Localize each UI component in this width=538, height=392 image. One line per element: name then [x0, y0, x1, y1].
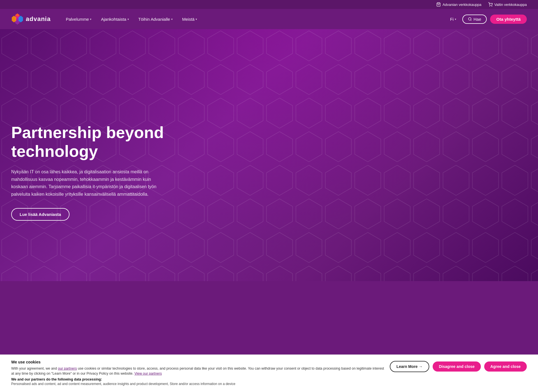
header: advania Palvelumme ▾ Ajankohtaista ▾ Töi…	[0, 9, 538, 29]
cookie-processing-title: We and our partners do the following dat…	[11, 377, 384, 381]
view-partners-link[interactable]: View our partners	[134, 372, 162, 375]
nav-meista[interactable]: Meistä ▾	[178, 15, 201, 24]
lang-selector[interactable]: Fi ▾	[447, 15, 459, 23]
learn-more-button[interactable]: Learn More →	[390, 361, 429, 372]
partner-link-label: Valtin verkkokauppa	[494, 3, 527, 7]
contact-button[interactable]: Ota yhteyttä	[490, 15, 527, 24]
cookie-row: We use cookies With your agreement, we a…	[11, 360, 527, 386]
agree-button[interactable]: Agree and close	[484, 361, 527, 372]
top-bar: Advanian verkkokauppa Valtin verkkokaupp…	[0, 0, 538, 9]
chevron-down-icon: ▾	[90, 18, 91, 21]
svg-line-9	[470, 20, 471, 21]
hero-title: Partnership beyond technology	[11, 123, 202, 160]
hero-cta-button[interactable]: Lue lisää Advaniasta	[11, 208, 69, 221]
logo-text: advania	[26, 15, 51, 23]
main-nav: Palvelumme ▾ Ajankohtaista ▾ Töihin Adva…	[62, 15, 447, 24]
cookie-buttons: Learn More → Disagree and close Agree an…	[390, 360, 527, 372]
chevron-down-icon: ▾	[196, 18, 197, 21]
hero-content: Partnership beyond technology Nykyään IT…	[11, 123, 202, 221]
chevron-down-icon: ▾	[455, 18, 456, 21]
svg-point-2	[492, 6, 492, 6]
logo[interactable]: advania	[11, 13, 51, 25]
nav-ajankohtaista[interactable]: Ajankohtaista ▾	[97, 15, 133, 24]
chevron-down-icon: ▾	[127, 18, 129, 21]
cookie-processing-text: Personalised ads and content, ad and con…	[11, 382, 384, 386]
hero-section: Partnership beyond technology Nykyään IT…	[0, 29, 538, 281]
header-right: Fi ▾ Hae Ota yhteyttä	[447, 15, 527, 24]
cookie-info: We use cookies With your agreement, we a…	[11, 360, 384, 386]
shop-link[interactable]: Advanian verkkokauppa	[436, 2, 481, 7]
chevron-down-icon: ▾	[171, 18, 173, 21]
shop-link-label: Advanian verkkokauppa	[442, 3, 481, 7]
nav-palvelumme[interactable]: Palvelumme ▾	[62, 15, 96, 24]
hero-description: Nykyään IT on osa lähes kaikkea, ja digi…	[11, 168, 168, 198]
cookie-text: With your agreement, we and our partners…	[11, 366, 384, 377]
disagree-button[interactable]: Disagree and close	[433, 361, 481, 372]
cookie-title: We use cookies	[11, 360, 384, 364]
partner-link[interactable]: Valtin verkkokauppa	[488, 2, 527, 7]
cookie-banner: We use cookies With your agreement, we a…	[0, 354, 538, 392]
cookie-text-before: With your agreement, we and	[11, 367, 58, 370]
our-partners-link[interactable]: our partners	[58, 367, 77, 370]
svg-point-8	[469, 18, 471, 20]
nav-toihin[interactable]: Töihin Advanialle ▾	[134, 15, 177, 24]
svg-point-1	[490, 6, 490, 6]
search-button[interactable]: Hae	[462, 15, 487, 24]
